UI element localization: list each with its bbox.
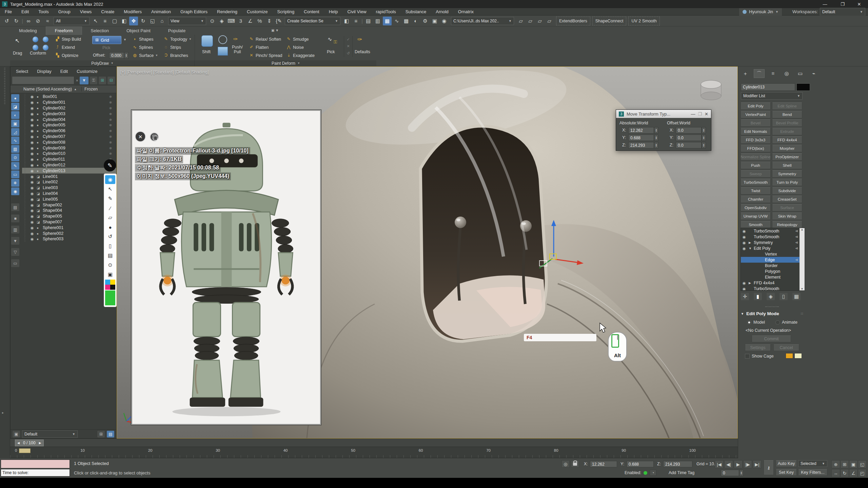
ribbon-tab[interactable]: Selection <box>82 26 118 35</box>
workspace-select[interactable]: Default▼ <box>820 8 865 16</box>
modifier-stack-row[interactable]: Edge <box>741 257 800 263</box>
ribbon-tab[interactable]: Populate <box>159 26 194 35</box>
topology-button[interactable]: ✎ Topology ▼ <box>163 37 192 42</box>
annotation-active-color-green[interactable] <box>105 290 115 305</box>
display-bones-icon[interactable]: ✎ <box>11 162 19 170</box>
menu-item[interactable]: Substance <box>401 8 431 16</box>
visibility-eye-icon[interactable] <box>31 157 37 162</box>
frozen-toggle-icon[interactable] <box>105 100 116 105</box>
expand-icon[interactable]: ▼ <box>749 247 752 250</box>
menu-item[interactable]: rapidTools <box>371 8 401 16</box>
display-hidden-icon[interactable]: ◉ <box>11 187 19 195</box>
object-color-swatch[interactable] <box>796 83 810 91</box>
modifier-eye-icon[interactable] <box>743 286 747 291</box>
strips-button[interactable]: ◌ Strips <box>163 45 181 50</box>
visibility-eye-icon[interactable] <box>31 134 37 139</box>
scene-object-row[interactable]: Cylinder001 <box>22 100 116 105</box>
rectangular-selection-region-icon[interactable]: ▢ <box>110 17 119 25</box>
expand-strip-icon[interactable]: ▸ <box>2 411 4 414</box>
modifier-stack-row[interactable]: ▶ FFD 4x4x4 <box>741 280 800 286</box>
commit-paint-icon[interactable]: ✓ <box>347 37 350 42</box>
dialog-close-icon[interactable]: ✕ <box>705 111 708 117</box>
visibility-eye-icon[interactable] <box>31 163 37 167</box>
modifier-stack-row[interactable]: Vertex <box>741 251 800 257</box>
frozen-toggle-icon[interactable] <box>105 106 116 110</box>
time-slider[interactable]: ◀ 0 / 100 ▶ <box>10 439 738 447</box>
window-crossing-icon[interactable]: ◧ <box>120 17 129 25</box>
select-and-place-icon[interactable]: ⌂ <box>158 17 166 25</box>
cage-color-swatch[interactable] <box>786 353 793 359</box>
select-and-rotate-icon[interactable]: ↻ <box>139 17 147 25</box>
key-filters-button[interactable]: Key Filters... <box>798 469 827 476</box>
create-tab-icon[interactable]: ＋ <box>740 69 750 78</box>
frozen-toggle-icon[interactable] <box>105 151 116 156</box>
cancel-button[interactable]: Cancel <box>773 344 799 351</box>
visibility-eye-icon[interactable] <box>31 203 37 207</box>
selection-filter-select[interactable]: All▼ <box>54 17 90 25</box>
visibility-eye-icon[interactable] <box>31 191 37 196</box>
defaults-tool[interactable]: Defaults <box>355 49 370 54</box>
modifier-eye-icon[interactable] <box>743 240 747 245</box>
selection-lock-toggle[interactable] <box>571 460 579 468</box>
undo-icon[interactable]: ↺ <box>2 17 11 25</box>
motion-tab-icon[interactable]: ◎ <box>782 69 792 78</box>
menu-item[interactable]: Customize <box>242 8 272 16</box>
utilities-tab-icon[interactable]: ⌁ <box>809 69 819 78</box>
user-chevron-down-icon[interactable]: ▼ <box>775 10 778 14</box>
display-shapes-icon[interactable]: ◪ <box>11 103 19 110</box>
visibility-eye-icon[interactable] <box>31 100 37 105</box>
go-to-end-icon[interactable]: ▶| <box>753 460 762 468</box>
snaps-toggle-3d-icon[interactable]: 3 <box>236 17 245 25</box>
pick-deform-tool[interactable]: Pick <box>327 49 335 54</box>
paint-deform-panel-chevron-icon[interactable]: ▼ <box>297 62 300 65</box>
menu-item[interactable]: Graph Editors <box>176 8 212 16</box>
modifier-stack-row[interactable]: Polygon <box>741 268 800 274</box>
frozen-toggle-icon[interactable] <box>105 111 116 116</box>
collapse-tree-icon[interactable]: ⊟ <box>107 77 115 84</box>
archive-icon[interactable]: ▭ <box>11 259 19 267</box>
doc-icon[interactable]: ▥ <box>11 226 19 233</box>
conform-brush-icon[interactable] <box>33 37 38 42</box>
go-to-start-icon[interactable]: |◀ <box>715 460 724 468</box>
angle-snap-icon[interactable]: ∠ <box>246 17 255 25</box>
scene-object-row[interactable]: Shape005 <box>22 214 116 219</box>
visibility-eye-icon[interactable] <box>31 117 37 122</box>
remove-modifier-icon[interactable]: ▯ <box>780 293 788 300</box>
modifier-button[interactable]: FFD(box) <box>741 145 771 152</box>
curve-editor-icon[interactable]: ∿ <box>392 17 401 25</box>
fov-icon[interactable]: ∠ <box>849 469 858 477</box>
rendered-frame-window-icon[interactable]: ▣ <box>430 17 439 25</box>
block-icon[interactable]: ■ <box>11 215 19 222</box>
signed-in-user[interactable]: Hyunsuk Jin <box>749 9 773 14</box>
pin-stack-icon[interactable]: ✛ <box>741 293 749 300</box>
object-name-field[interactable]: Cylinder013 <box>741 83 795 91</box>
scene-object-row[interactable]: Line002 <box>22 179 116 185</box>
filter-outline-icon[interactable]: ▽ <box>11 248 19 256</box>
polydraw-panel-chevron-icon[interactable]: ▼ <box>111 62 114 65</box>
grid-dropdown-icon[interactable]: ▼ <box>123 38 126 41</box>
abs-z-spinner[interactable]: ▲▼ <box>654 142 658 148</box>
offset-spinner[interactable]: ▲▼ <box>124 52 129 59</box>
paint-deform-panel-label[interactable]: Paint Deform <box>272 61 295 66</box>
list-view-icon[interactable]: ▤ <box>11 203 19 211</box>
scene-object-row[interactable]: Cylinder004 <box>22 117 116 122</box>
zoom-region-icon[interactable]: ◱ <box>858 460 867 468</box>
pinch-spread-button[interactable]: ✕ Pinch/ Spread <box>249 53 282 58</box>
modifier-button[interactable]: OpenSubdiv <box>741 204 771 211</box>
visibility-eye-icon[interactable] <box>31 168 37 173</box>
display-containers-icon[interactable]: ▭ <box>11 170 19 178</box>
toggle-ribbon-icon[interactable]: ▦ <box>383 17 392 25</box>
visibility-eye-icon[interactable] <box>31 237 37 241</box>
frozen-toggle-icon[interactable] <box>105 94 116 99</box>
rotate-brush-icon[interactable] <box>218 35 227 44</box>
modifier-button[interactable]: Push <box>741 162 771 169</box>
noise-button[interactable]: ⋀ Noise <box>286 45 304 50</box>
animate-radio[interactable]: Animate <box>775 320 797 325</box>
ribbon-tab[interactable]: Modeling <box>10 26 46 35</box>
modifier-button[interactable]: Shell <box>772 162 802 169</box>
active-toggle-icon[interactable] <box>795 229 798 233</box>
scene-object-row[interactable]: Line003 <box>22 185 116 191</box>
zoom-icon[interactable]: ⊕ <box>831 460 840 468</box>
modifier-button[interactable]: Edit Normals <box>741 128 771 135</box>
keyboard-shortcut-override-icon[interactable]: ⌨ <box>227 17 236 25</box>
